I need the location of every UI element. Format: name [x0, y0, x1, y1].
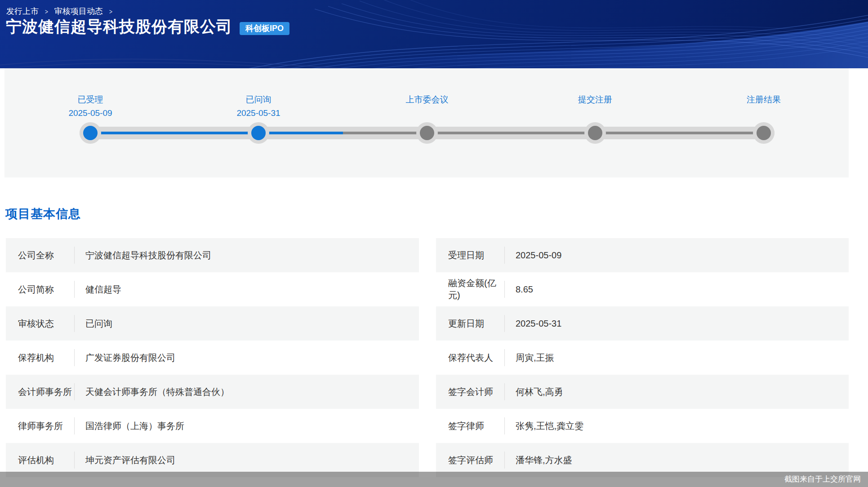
breadcrumb-separator-icon: > [109, 8, 112, 15]
row-value: 何林飞,高勇 [505, 386, 563, 398]
timeline-stage-registration-submitted: 提交注册 [528, 94, 663, 108]
breadcrumb: 发行上市 > 审核项目动态 > [6, 6, 113, 17]
stage-label: 注册结果 [696, 94, 831, 105]
review-progress-timeline: 已受理 2025-05-09 已问询 2025-05-31 上市委会议 提交注册… [4, 68, 849, 177]
table-row-financing-amount: 融资金额(亿元) 8.65 [436, 272, 849, 306]
row-value: 坤元资产评估有限公司 [75, 454, 175, 466]
basic-info-table-right: 受理日期 2025-05-09 融资金额(亿元) 8.65 更新日期 2025-… [436, 238, 849, 477]
table-row-acceptance-date: 受理日期 2025-05-09 [436, 238, 849, 272]
timeline-stage-accepted: 已受理 2025-05-09 [23, 94, 158, 119]
row-value: 8.65 [505, 284, 533, 295]
row-value: 张隽,王恺,龚立雯 [505, 420, 583, 432]
breadcrumb-separator-icon: > [45, 8, 48, 15]
row-label: 审核状态 [6, 318, 74, 330]
row-label: 融资金额(亿元) [436, 277, 504, 301]
stage-label: 已受理 [23, 94, 158, 105]
row-value: 天健会计师事务所（特殊普通合伙） [75, 386, 229, 398]
star-market-ipo-badge: 科创板IPO [240, 22, 289, 35]
table-row-company-short-name: 公司简称 健信超导 [6, 272, 419, 306]
basic-info-table-left: 公司全称 宁波健信超导科技股份有限公司 公司简称 健信超导 审核状态 已问询 保… [6, 238, 419, 477]
row-label: 保荐机构 [6, 352, 74, 364]
timeline-dot-accepted [83, 126, 98, 140]
section-title-basic-info: 项目基本信息 [5, 206, 81, 222]
row-label: 公司简称 [6, 283, 74, 296]
page-title: 宁波健信超导科技股份有限公司 [6, 16, 232, 37]
timeline-dot-registration-submitted [588, 126, 602, 140]
table-row-accounting-firm: 会计师事务所 天健会计师事务所（特殊普通合伙） [6, 375, 419, 409]
stage-date: 2025-05-09 [23, 108, 158, 119]
row-value: 广发证券股份有限公司 [75, 352, 175, 364]
stage-label: 提交注册 [528, 94, 663, 105]
watermark-text: 截图来自于上交所官网 [784, 475, 861, 483]
timeline-stage-inquired: 已问询 2025-05-31 [191, 94, 326, 119]
row-value: 国浩律师（上海）事务所 [75, 420, 184, 432]
table-row-law-firm: 律师事务所 国浩律师（上海）事务所 [6, 409, 419, 443]
row-value: 宁波健信超导科技股份有限公司 [75, 249, 211, 261]
row-value: 已问询 [75, 318, 112, 330]
table-row-sponsor-representatives: 保荐代表人 周寅,王振 [436, 341, 849, 375]
row-label: 签字评估师 [436, 454, 504, 466]
timeline-progress-line [90, 132, 343, 134]
row-label: 保荐代表人 [436, 352, 504, 364]
table-row-sponsor-institution: 保荐机构 广发证券股份有限公司 [6, 341, 419, 375]
row-label: 签字会计师 [436, 386, 504, 398]
timeline-dot-inquired [251, 126, 266, 140]
row-value: 健信超导 [75, 283, 121, 296]
page-header: 发行上市 > 审核项目动态 > 宁波健信超导科技股份有限公司 科创板IPO [0, 0, 868, 68]
timeline-stage-registration-result: 注册结果 [696, 94, 831, 108]
breadcrumb-item-review-project-updates[interactable]: 审核项目动态 [54, 6, 103, 17]
row-label: 受理日期 [436, 249, 504, 261]
row-label: 签字律师 [436, 420, 504, 432]
row-label: 更新日期 [436, 318, 504, 330]
row-label: 评估机构 [6, 454, 74, 466]
timeline-stage-listing-committee: 上市委会议 [360, 94, 494, 108]
stage-label: 已问询 [191, 94, 326, 105]
table-row-update-date: 更新日期 2025-05-31 [436, 306, 849, 341]
timeline-dot-listing-committee [420, 126, 434, 140]
stage-date: 2025-05-31 [191, 108, 326, 119]
screenshot-watermark-bar: 截图来自于上交所官网 [0, 472, 868, 487]
table-row-signing-lawyers: 签字律师 张隽,王恺,龚立雯 [436, 409, 849, 443]
row-value: 2025-05-09 [505, 250, 561, 261]
row-label: 会计师事务所 [6, 386, 74, 398]
timeline-dot-registration-result [757, 126, 771, 140]
row-label: 公司全称 [6, 249, 74, 261]
table-row-review-status: 审核状态 已问询 [6, 306, 419, 341]
breadcrumb-item-issuance-listing[interactable]: 发行上市 [6, 6, 39, 17]
row-value: 潘华锋,方水盛 [505, 454, 572, 466]
table-row-signing-accountants: 签字会计师 何林飞,高勇 [436, 375, 849, 409]
stage-label: 上市委会议 [360, 94, 494, 105]
title-row: 宁波健信超导科技股份有限公司 科创板IPO [6, 16, 289, 37]
table-row-company-full-name: 公司全称 宁波健信超导科技股份有限公司 [6, 238, 419, 272]
row-label: 律师事务所 [6, 420, 74, 432]
row-value: 2025-05-31 [505, 319, 561, 329]
row-value: 周寅,王振 [505, 352, 554, 364]
